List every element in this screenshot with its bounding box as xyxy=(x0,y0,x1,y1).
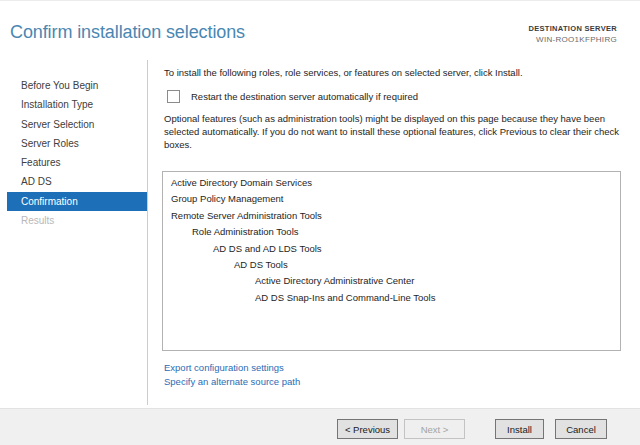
previous-button[interactable]: < Previous xyxy=(337,419,398,439)
alternate-source-path-link[interactable]: Specify an alternate source path xyxy=(164,375,300,389)
sidebar-item-confirmation[interactable]: Confirmation xyxy=(7,192,147,211)
install-button[interactable]: Install xyxy=(495,419,544,439)
footer-links: Export configuration settings Specify an… xyxy=(164,361,300,388)
sidebar-item-results: Results xyxy=(0,211,147,230)
destination-server-label: DESTINATION SERVER xyxy=(529,24,617,33)
destination-server-name: WIN-ROO1KFPHIRG xyxy=(529,35,617,44)
sidebar-item-ad-ds[interactable]: AD DS xyxy=(0,172,147,191)
sidebar-item-installation-type[interactable]: Installation Type xyxy=(0,95,147,114)
footer-bar xyxy=(0,408,640,445)
selection-list-item: Active Directory Domain Services xyxy=(163,175,620,191)
selection-list-item: AD DS Snap-Ins and Command-Line Tools xyxy=(163,290,620,306)
selection-list-item: Active Directory Administrative Center xyxy=(163,273,620,289)
next-button: Next > xyxy=(404,419,465,439)
sidebar-divider xyxy=(147,60,148,405)
wizard-step-sidebar: Before You Begin Installation Type Serve… xyxy=(0,76,147,230)
restart-checkbox[interactable] xyxy=(167,90,180,103)
sidebar-item-server-roles[interactable]: Server Roles xyxy=(0,134,147,153)
selection-list-item: Remote Server Administration Tools xyxy=(163,208,620,224)
selection-list-item: Role Administration Tools xyxy=(163,224,620,240)
export-configuration-link[interactable]: Export configuration settings xyxy=(164,361,300,375)
selection-list-item: Group Policy Management xyxy=(163,191,620,207)
page-title: Confirm installation selections xyxy=(10,22,245,43)
restart-checkbox-row: Restart the destination server automatic… xyxy=(167,90,418,103)
sidebar-item-server-selection[interactable]: Server Selection xyxy=(0,115,147,134)
cancel-button[interactable]: Cancel xyxy=(555,419,607,439)
intro-text: To install the following roles, role ser… xyxy=(164,67,622,78)
restart-checkbox-label[interactable]: Restart the destination server automatic… xyxy=(191,91,418,102)
sidebar-item-features[interactable]: Features xyxy=(0,153,147,172)
window-top-edge xyxy=(0,0,640,1)
selection-list-item: AD DS Tools xyxy=(163,257,620,273)
sidebar-item-before-you-begin[interactable]: Before You Begin xyxy=(0,76,147,95)
selection-list-item: AD DS and AD LDS Tools xyxy=(163,241,620,257)
optional-features-note: Optional features (such as administratio… xyxy=(164,112,626,151)
selection-list: Active Directory Domain Services Group P… xyxy=(162,171,621,351)
destination-server-block: DESTINATION SERVER WIN-ROO1KFPHIRG xyxy=(529,24,617,44)
